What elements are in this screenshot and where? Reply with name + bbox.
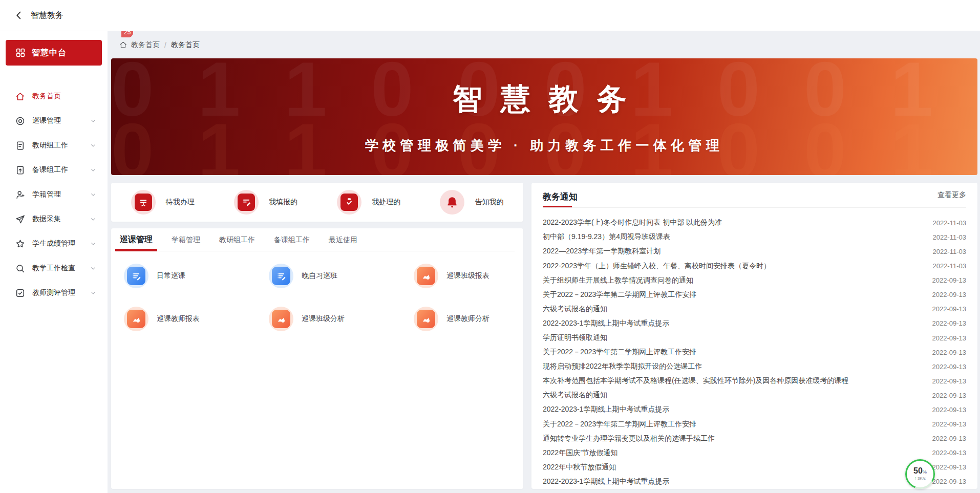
notice-row-title: 2022-2023-1学期线上期中考试重点提示 — [543, 405, 669, 414]
quick-action[interactable]: 25 告知我的 — [420, 190, 523, 215]
notice-row[interactable]: 2022-2023-1学期线上期中考试重点提示 2022-09-13 — [543, 475, 966, 489]
apps-tab[interactable]: 最近使用 — [329, 234, 357, 245]
notice-row-title: 学历证明书领取通知 — [543, 333, 607, 342]
sidebar-item[interactable]: 巡课管理 — [0, 109, 108, 133]
notice-row[interactable]: 2022-2023-1学期线上期中考试重点提示 2022-09-13 — [543, 402, 966, 417]
notice-row-date: 2022-09-13 — [932, 478, 967, 485]
sidebar-item[interactable]: 备课组工作 — [0, 158, 108, 182]
notice-row[interactable]: 六级考试报名的通知 2022-09-13 — [543, 388, 966, 402]
sidebar-item[interactable]: 教务首页 — [0, 84, 108, 109]
app-shortcut[interactable]: 日常巡课 — [120, 260, 265, 292]
sidebar-menu: 教务首页 巡课管理 教研组工作 备课组工作 — [0, 84, 108, 305]
app-shortcut[interactable]: 晚自习巡班 — [265, 260, 410, 292]
notice-row-title: 关于2022－2023学年第二学期网上评教工作安排 — [543, 290, 696, 299]
sidebar-item-icon — [15, 91, 26, 102]
notice-row-date: 2022-09-13 — [932, 420, 967, 428]
banner-subtitle: 学校管理极简美学 · 助力教务工作一体化管理 — [365, 137, 723, 155]
sidebar-item-label: 教务首页 — [32, 92, 97, 101]
back-icon[interactable] — [12, 9, 26, 22]
notice-row-title: 2022-2023-1学期线上期中考试重点提示 — [543, 477, 669, 486]
quick-action-icon — [440, 190, 464, 215]
notice-row[interactable]: 初中部（9.19-9.23）第4周视导班级课表 2022-11-03 — [543, 230, 966, 244]
sidebar-item[interactable]: 教学工作检查 — [0, 256, 108, 281]
chevron-down-icon — [89, 190, 97, 199]
notice-row[interactable]: 2022-2023学年(上)冬令时作息时间表 初中部 以此份为准 2022-11… — [543, 216, 966, 230]
app-shortcut[interactable]: 巡课教师报表 — [120, 303, 265, 335]
apps-tabs: 巡课管理 学籍管理 教研组工作 备课组工作 最近使用 — [120, 228, 515, 251]
notice-row-title: 六级考试报名的通知 — [543, 391, 607, 400]
sidebar-item-label: 教学工作检查 — [32, 264, 89, 273]
app-title: 智慧教务 — [31, 10, 63, 21]
app-icon — [414, 307, 438, 331]
sidebar-item[interactable]: 数据采集 — [0, 207, 108, 231]
notice-row[interactable]: 2022年国庆’节放假通知 2022-09-13 — [543, 446, 966, 460]
notice-row[interactable]: 关于组织师生开展线上教学情况调查问卷的通知 2022-09-13 — [543, 273, 966, 288]
notice-row[interactable]: 通知转专业学生办理学籍变更以及相关的选课手续工作 2022-09-13 — [543, 432, 966, 446]
notice-row[interactable]: 学历证明书领取通知 2022-09-13 — [543, 331, 966, 345]
notice-row[interactable]: 关于2022－2023学年第二学期网上评教工作安排 2022-09-13 — [543, 417, 966, 432]
apps-tab[interactable]: 巡课管理 — [120, 234, 153, 245]
network-speed-widget[interactable]: 50% ↑ 3K/s — [905, 459, 935, 489]
sidebar-item[interactable]: 学生成绩管理 — [0, 231, 108, 256]
notices-title: 教务通知 — [543, 188, 578, 203]
sidebar-item[interactable]: 学籍管理 — [0, 182, 108, 207]
workbench-label: 智慧中台 — [32, 48, 67, 58]
notice-row-date: 2022-11-03 — [932, 219, 966, 227]
app-label: 巡课班级分析 — [302, 314, 345, 324]
workbench-button[interactable]: 智慧中台 — [6, 40, 102, 66]
quick-action[interactable]: 13 我填报的 — [214, 190, 317, 215]
notice-row[interactable]: 关于2022－2023学年第二学期网上评教工作安排 2022-09-13 — [543, 345, 966, 359]
sidebar-item[interactable]: 教研组工作 — [0, 133, 108, 158]
app-label: 巡课教师分析 — [446, 314, 489, 324]
app-icon — [414, 264, 438, 288]
sidebar-item-icon — [15, 165, 26, 176]
notice-row-title: 2022年中秋节放假通知 — [543, 463, 616, 472]
sidebar-item-icon — [15, 140, 26, 151]
notice-row-date: 2022-09-13 — [932, 349, 967, 356]
quick-action[interactable]: 13 待我办理 — [111, 190, 214, 215]
notice-row[interactable]: 六级考试报名的通知 2022-09-13 — [543, 302, 966, 316]
notice-row-date: 2022-09-13 — [932, 449, 967, 457]
notice-row[interactable]: 2022-2023-1学期线上期中考试重点提示 2022-09-13 — [543, 316, 966, 331]
notice-row-title: 关于2022－2023学年第二学期网上评教工作安排 — [543, 420, 696, 429]
notice-row-title: 关于2022－2023学年第二学期网上评教工作安排 — [543, 348, 696, 357]
sidebar-item[interactable]: 教师测评管理 — [0, 281, 108, 305]
breadcrumb: 教务首页 / 教务首页 — [111, 31, 977, 58]
sidebar-item-label: 备课组工作 — [32, 165, 89, 175]
breadcrumb-item[interactable]: 教务首页 — [131, 40, 160, 50]
apps-tab[interactable]: 学籍管理 — [172, 234, 200, 245]
notices-card: 教务通知 查看更多 2022-2023学年(上)冬令时作息时间表 初中部 以此份… — [531, 183, 977, 489]
apps-tab[interactable]: 备课组工作 — [274, 234, 310, 245]
speed-rate: 3K/s — [918, 476, 926, 481]
notice-row-title: 初中部（9.19-9.23）第4周视导班级课表 — [543, 232, 670, 242]
view-more-link[interactable]: 查看更多 — [938, 190, 966, 200]
quick-action[interactable]: 我处理的 — [317, 190, 420, 215]
notice-row-date: 2022-11-03 — [932, 248, 966, 255]
notice-row-title: 现将启动预排2022年秋季学期拟开设的公选课工作 — [543, 362, 702, 371]
app-shortcut[interactable]: 巡课教师分析 — [410, 303, 515, 335]
quick-actions-card: 13 待我办理 13 我填报的 我处理的 — [111, 183, 523, 222]
notice-row-title: 2022年国庆’节放假通知 — [543, 448, 617, 458]
quick-action-label: 待我办理 — [166, 198, 195, 207]
app-shortcut[interactable]: 巡课班级报表 — [410, 260, 515, 292]
notice-row[interactable]: 现将启动预排2022年秋季学期拟开设的公选课工作 2022-09-13 — [543, 359, 966, 374]
notice-row-date: 2022-09-13 — [932, 319, 967, 327]
sidebar-item-icon — [15, 214, 26, 225]
home-icon[interactable] — [119, 40, 127, 49]
apps-card: 巡课管理 学籍管理 教研组工作 备课组工作 最近使用 — [111, 228, 523, 489]
sidebar-item-icon — [15, 288, 26, 298]
breadcrumb-separator: / — [164, 41, 166, 49]
sidebar-item-label: 教研组工作 — [32, 141, 89, 150]
notice-row[interactable]: 关于2022－2023学年第二学期网上评教工作安排 2022-09-13 — [543, 288, 966, 302]
banner-title: 智慧教务 — [443, 79, 645, 119]
notice-row[interactable]: 本次补考范围包括本学期考试不及格课程(任选课、实践性环节除外)及因各种原因获准缓… — [543, 374, 966, 388]
app-shortcut[interactable]: 巡课班级分析 — [265, 303, 410, 335]
notice-row-title: 本次补考范围包括本学期考试不及格课程(任选课、实践性环节除外)及因各种原因获准缓… — [543, 376, 848, 385]
apps-tab[interactable]: 教研组工作 — [219, 234, 255, 245]
notice-row-date: 2022-09-13 — [932, 363, 967, 371]
notice-row-title: 2022-2023-1学期线上期中考试重点提示 — [543, 319, 669, 328]
notice-row[interactable]: 2022-2023学年（上）师生错峰入校、午餐、离校时间安排表（夏令时） 202… — [543, 259, 966, 273]
notice-row[interactable]: 2022—2023学年第一学期教科室计划 2022-11-03 — [543, 244, 966, 259]
app-label: 巡课班级报表 — [446, 271, 489, 281]
notice-row[interactable]: 2022年中秋节放假通知 2022-09-13 — [543, 460, 966, 475]
